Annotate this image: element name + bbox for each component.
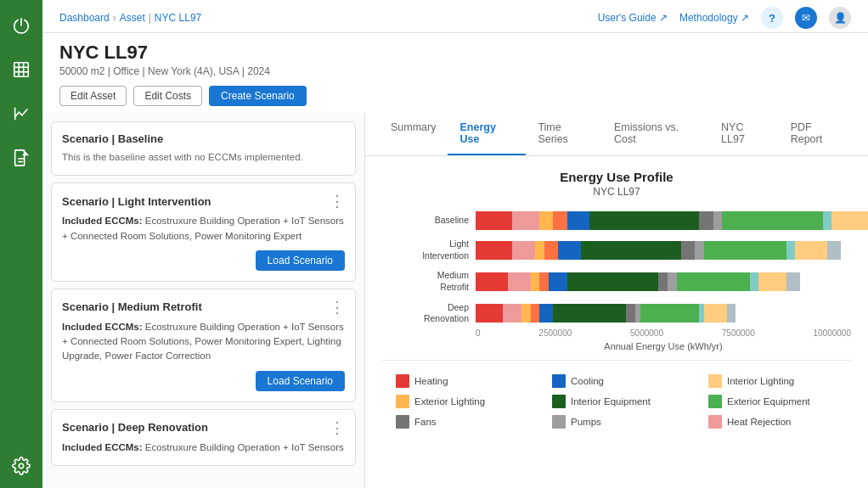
sidebar-building-icon[interactable]: [8, 56, 35, 83]
page-header: NYC LL97 50000 m2 | Office | New York (4…: [42, 33, 868, 113]
methodology-link[interactable]: Methodology ↗: [679, 12, 749, 24]
bar-container: [476, 241, 851, 260]
legend-swatch: [552, 374, 566, 388]
chart-title: Energy Use Profile: [382, 170, 851, 184]
bar-segment: [704, 241, 786, 260]
scenario-deep-header: Scenario | Deep Renovation ⋮: [62, 420, 345, 435]
user-guide-link[interactable]: User's Guide ↗: [598, 12, 668, 24]
scenario-light-header: Scenario | Light Intervention ⋮: [62, 194, 345, 209]
bar-segment: [640, 304, 700, 323]
legend-item: Fans: [396, 415, 538, 429]
legend-item: Exterior Lighting: [396, 395, 538, 408]
legend-item: Heat Rejection: [708, 415, 851, 429]
bar-segment: [758, 272, 786, 291]
svg-rect-6: [15, 150, 25, 165]
bar-segment: [539, 211, 553, 230]
row-label: Light Intervention: [382, 238, 476, 261]
top-bar: Dashboard › Asset | NYC LL97 User's Guid…: [42, 0, 868, 33]
svg-point-9: [19, 463, 24, 468]
bar-segment: [750, 272, 759, 291]
help-icon-button[interactable]: ?: [761, 7, 783, 29]
breadcrumb-sep2: |: [149, 12, 151, 24]
scenario-light-title: Scenario | Light Intervention: [62, 195, 211, 208]
chart-legend: HeatingCoolingInterior LightingExterior …: [382, 374, 851, 429]
page-subtitle: 50000 m2 | Office | New York (4A), USA |…: [59, 65, 851, 77]
bar-segment: [549, 272, 567, 291]
x-axis: 025000005000000750000010000000: [476, 328, 851, 338]
breadcrumb-sep1: ›: [113, 12, 116, 24]
scenario-light-card: Scenario | Light Intervention ⋮ Included…: [51, 182, 356, 282]
bar-segment: [589, 211, 699, 230]
bar-segment: [831, 211, 868, 230]
legend-label: Exterior Equipment: [727, 396, 810, 407]
edit-asset-button[interactable]: Edit Asset: [59, 86, 127, 106]
legend-swatch: [708, 395, 722, 408]
legend-item: Pumps: [552, 415, 695, 429]
bar-segment: [823, 211, 832, 230]
legend-label: Interior Lighting: [727, 376, 794, 386]
edit-costs-button[interactable]: Edit Costs: [133, 86, 202, 106]
tab-pdf-report[interactable]: PDF Report: [779, 113, 854, 155]
bar-segment: [626, 304, 635, 323]
bar-segment: [508, 272, 531, 291]
top-actions: User's Guide ↗ Methodology ↗ ? ✉ 👤: [598, 7, 851, 29]
bar-container: [476, 211, 868, 230]
bar-segment: [558, 241, 581, 260]
left-panel: Scenario | Baseline This is the baseline…: [42, 113, 365, 488]
legend-label: Pumps: [571, 417, 601, 427]
tab-energy-use[interactable]: Energy Use: [448, 113, 526, 155]
sidebar-power-icon[interactable]: [8, 12, 35, 39]
legend-label: Fans: [414, 417, 437, 427]
mail-icon-button[interactable]: ✉: [795, 7, 817, 29]
row-label: Deep Renovation: [382, 302, 476, 325]
scenario-deep-card: Scenario | Deep Renovation ⋮ Included EC…: [51, 409, 356, 466]
scenario-light-menu[interactable]: ⋮: [330, 194, 345, 209]
scenario-medium-header: Scenario | Medium Retrofit ⋮: [62, 300, 345, 315]
sidebar-chart-icon[interactable]: [8, 100, 35, 127]
bar-segment: [531, 272, 540, 291]
svg-rect-0: [14, 63, 29, 77]
bar-segment: [795, 241, 827, 260]
breadcrumb-asset[interactable]: Asset: [120, 12, 145, 24]
bar-segment: [476, 304, 503, 323]
scenario-deep-title: Scenario | Deep Renovation: [62, 421, 208, 434]
legend-item: Exterior Equipment: [708, 395, 851, 408]
bar-segment: [581, 241, 681, 260]
scenario-deep-menu[interactable]: ⋮: [330, 420, 345, 435]
legend-item: Cooling: [552, 374, 695, 388]
chart-row: Baseline: [476, 211, 851, 230]
bar-segment: [695, 241, 704, 260]
scenario-baseline-header: Scenario | Baseline: [62, 132, 345, 145]
sidebar: [0, 0, 42, 488]
breadcrumb-current[interactable]: NYC LL97: [155, 12, 201, 24]
bar-segment: [512, 211, 539, 230]
scenario-light-load-button[interactable]: Load Scenario: [256, 250, 345, 271]
bar-segment: [658, 272, 668, 291]
tab-nyc-ll97[interactable]: NYC LL97: [709, 113, 779, 155]
create-scenario-button[interactable]: Create Scenario: [209, 86, 307, 106]
bar-segment: [786, 241, 796, 260]
sidebar-settings-icon[interactable]: [8, 452, 35, 480]
bar-segment: [539, 272, 549, 291]
scenario-medium-menu[interactable]: ⋮: [330, 300, 345, 315]
bar-segment: [786, 272, 800, 291]
bar-container: [476, 272, 851, 291]
page-title: NYC LL97: [59, 42, 851, 64]
tab-summary[interactable]: Summary: [379, 113, 448, 155]
tab-time-series[interactable]: Time Series: [526, 113, 602, 155]
bar-segment: [681, 241, 695, 260]
legend-label: Exterior Lighting: [414, 396, 485, 407]
sidebar-doc-icon[interactable]: [8, 144, 35, 171]
breadcrumb: Dashboard › Asset | NYC LL97: [59, 12, 201, 24]
row-label: Baseline: [382, 215, 476, 227]
bar-segment: [476, 272, 508, 291]
legend-swatch: [396, 395, 409, 408]
bar-segment: [699, 211, 713, 230]
right-section: Summary Energy Use Time Series Emissions…: [365, 113, 868, 488]
user-avatar[interactable]: 👤: [829, 7, 851, 29]
bar-segment: [553, 304, 626, 323]
tab-emissions-cost[interactable]: Emissions vs. Cost: [602, 113, 709, 155]
scenario-medium-load-button[interactable]: Load Scenario: [256, 371, 345, 391]
breadcrumb-dashboard[interactable]: Dashboard: [59, 12, 110, 24]
chart-row: Deep Renovation: [476, 302, 851, 325]
